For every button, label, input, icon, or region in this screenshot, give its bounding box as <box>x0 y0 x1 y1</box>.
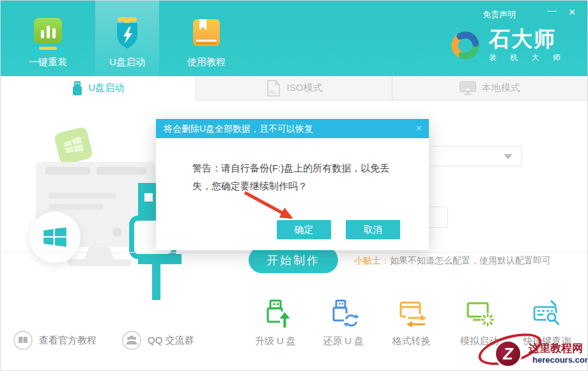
mode-tab-iso[interactable]: ISO ISO模式 <box>196 76 392 100</box>
mode-tab-label: ISO模式 <box>287 82 323 94</box>
dialog-titlebar: 将会删除U盘全部数据，且不可以恢复 ✕ <box>156 119 429 138</box>
minimize-button[interactable]: — <box>547 4 557 15</box>
monitor-base <box>68 259 132 266</box>
warning-dialog: 将会删除U盘全部数据，且不可以恢复 ✕ 警告：请自行备份(F:)盘上的所有数据，… <box>156 119 429 250</box>
mode-tabs: U盘启动 ISO ISO模式 本地模式 <box>1 76 587 100</box>
tool-upgrade-usb[interactable]: 升级 U 盘 <box>244 299 307 347</box>
chevron-down-icon <box>504 154 513 159</box>
nav-tab-tutorial[interactable]: 使用教程 <box>174 1 238 76</box>
start-make-button[interactable]: 开始制作 <box>249 247 338 273</box>
confirm-button[interactable]: 确定 <box>277 220 331 239</box>
watermark-url: herecours.com <box>532 355 588 365</box>
dialog-buttons: 确定 取消 <box>277 220 400 239</box>
restore-usb-icon <box>328 299 359 329</box>
tool-format-convert[interactable]: 格式转换 <box>380 299 444 347</box>
hotkey-query-icon <box>532 299 562 329</box>
cancel-button[interactable]: 取消 <box>346 220 400 239</box>
brand-subtitle: 装 机 大 师 <box>489 52 566 63</box>
brand-swirl-icon <box>448 28 483 63</box>
svg-text:ISO: ISO <box>268 90 277 95</box>
people-circle-icon <box>122 331 141 350</box>
tip-text: 小贴士：如果不知道怎么配置，使用默认配置即可 <box>354 255 551 267</box>
tool-restore-usb[interactable]: 还原 U 盘 <box>311 299 375 347</box>
windows-green-badge <box>54 126 94 165</box>
close-button[interactable]: ✕ <box>568 7 576 17</box>
tool-label: 格式转换 <box>392 335 431 347</box>
app-window: 一键重装 U盘启动 使用教程 免责声 <box>0 0 588 371</box>
tutorial-book-icon <box>191 15 222 51</box>
dialog-message: 警告：请自行备份(F:)盘上的所有数据，以免丢失，您确定要继续制作吗？ <box>192 159 405 195</box>
main-nav: 一键重装 U盘启动 使用教程 <box>16 1 254 76</box>
nav-tab-usb-boot[interactable]: U盘启动 <box>95 1 159 76</box>
tip-label: 小贴士： <box>354 255 390 265</box>
monitor-icon <box>460 81 476 95</box>
tool-label: 还原 U 盘 <box>323 335 364 347</box>
dialog-close-icon[interactable]: ✕ <box>415 119 422 138</box>
watermark: Z 这里教程网 herecours.com <box>481 331 587 369</box>
official-tutorial-link[interactable]: 查看官方教程 <box>13 331 97 350</box>
simulate-boot-icon <box>464 299 495 329</box>
brand-name: 石大师 <box>489 28 566 51</box>
mode-tab-usb[interactable]: U盘启动 <box>1 76 196 100</box>
usb-stick-icon <box>72 81 82 96</box>
brand-logo: 石大师 装 机 大 师 <box>448 28 566 63</box>
disclaimer-link[interactable]: 免责声明 <box>483 9 516 20</box>
nav-tab-label: U盘启动 <box>109 56 145 68</box>
footer-link-label: 查看官方教程 <box>39 335 97 347</box>
watermark-title: 这里教程网 <box>529 341 583 356</box>
mode-tab-local[interactable]: 本地模式 <box>392 76 587 100</box>
mode-tab-label: 本地模式 <box>482 82 520 94</box>
iso-file-icon: ISO <box>266 80 281 97</box>
monitor-stand <box>84 247 114 260</box>
windows-flag-icon <box>43 226 67 249</box>
windows-logo-circle <box>29 212 81 263</box>
nav-tab-label: 使用教程 <box>187 56 226 68</box>
nav-tab-label: 一键重装 <box>29 56 67 68</box>
usb-boot-shield-icon <box>112 15 143 51</box>
dialog-title: 将会删除U盘全部数据，且不可以恢复 <box>164 123 313 134</box>
tool-label: 升级 U 盘 <box>255 335 296 347</box>
qq-group-link[interactable]: QQ 交流群 <box>122 331 194 350</box>
nav-tab-reinstall[interactable]: 一键重装 <box>16 1 80 76</box>
header: 一键重装 U盘启动 使用教程 免责声 <box>1 1 587 76</box>
footer-link-label: QQ 交流群 <box>148 335 194 347</box>
format-convert-icon <box>396 299 427 329</box>
book-circle-icon <box>13 331 33 350</box>
upgrade-usb-icon <box>260 299 291 329</box>
mode-tab-label: U盘启动 <box>88 82 124 94</box>
reinstall-chart-icon <box>33 15 63 51</box>
watermark-logo: Z <box>494 340 522 368</box>
